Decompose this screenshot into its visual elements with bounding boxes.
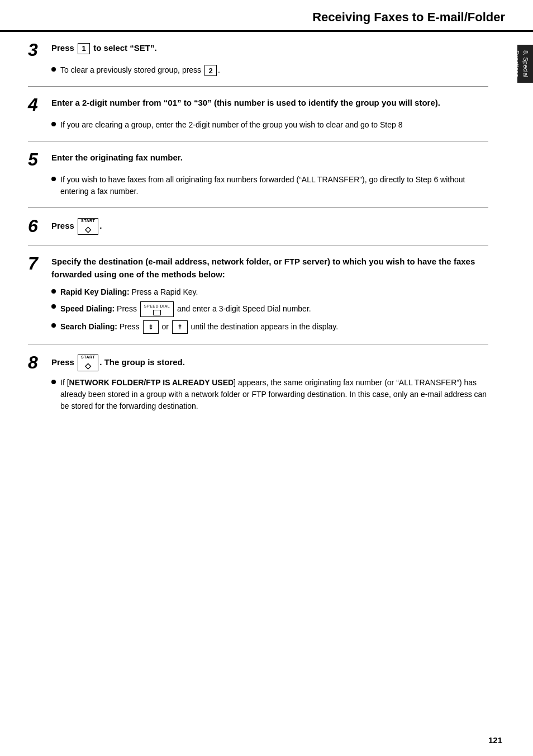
step-7-bullet-rapid-text: Rapid Key Dialing: Press a Rapid Key. bbox=[60, 286, 488, 298]
step-7-bullets: Rapid Key Dialing: Press a Rapid Key. Sp… bbox=[51, 286, 488, 334]
step-7-bullet-speed: Speed Dialing: Press SPEED DIAL and ente… bbox=[51, 301, 488, 317]
key-2: 2 bbox=[204, 65, 217, 76]
step-5-bullet-1-text: If you wish to have faxes from all origi… bbox=[60, 174, 488, 197]
step-6-header: 6 Press START ◇ . bbox=[28, 218, 488, 235]
search-dial-label: Search Dialing: bbox=[60, 322, 117, 331]
sd-label: SPEED DIAL bbox=[144, 304, 170, 310]
step-5-number: 5 bbox=[28, 150, 46, 168]
step-4-number: 4 bbox=[28, 96, 46, 114]
step-8: 8 Press START ◇ . The group is stored. I… bbox=[28, 344, 488, 422]
speed-dial-label: Speed Dialing: bbox=[60, 304, 115, 313]
step-5: 5 Enter the originating fax number. If y… bbox=[28, 141, 488, 208]
network-folder-warning: NETWORK FOLDER/FTP IS ALREADY USED bbox=[69, 378, 234, 387]
search-btn-down: ⇞ bbox=[172, 320, 188, 334]
step-3-bullets: To clear a previously stored group, pres… bbox=[51, 64, 488, 76]
step-5-header: 5 Enter the originating fax number. bbox=[28, 152, 488, 168]
step-3-number: 3 bbox=[28, 41, 46, 59]
step-5-title: Enter the originating fax number. bbox=[51, 152, 488, 164]
step-7: 7 Specify the destination (e-mail addres… bbox=[28, 245, 488, 344]
step-8-title: Press START ◇ . The group is stored. bbox=[51, 355, 488, 371]
side-tab-text2: Functions bbox=[512, 50, 520, 77]
step-5-bullet-1: If you wish to have faxes from all origi… bbox=[51, 174, 488, 197]
start-label: START bbox=[81, 218, 95, 224]
main-content: 3 Press 1 to select “SET”. To clear a pr… bbox=[0, 32, 516, 445]
start-label-8: START bbox=[81, 355, 95, 361]
step-7-bullet-search: Search Dialing: Press ⇟ or ⇞ until the d… bbox=[51, 320, 488, 334]
bullet-dot bbox=[51, 380, 56, 384]
step-3-bullet-1: To clear a previously stored group, pres… bbox=[51, 64, 488, 76]
step-8-number: 8 bbox=[28, 353, 46, 371]
step-7-number: 7 bbox=[28, 254, 46, 272]
step-6-number: 6 bbox=[28, 217, 46, 235]
step-8-header: 8 Press START ◇ . The group is stored. bbox=[28, 355, 488, 371]
step-7-bullet-rapid: Rapid Key Dialing: Press a Rapid Key. bbox=[51, 286, 488, 298]
step-8-bullet-1: If [NETWORK FOLDER/FTP IS ALREADY USED] … bbox=[51, 377, 488, 412]
step-3-header: 3 Press 1 to select “SET”. bbox=[28, 42, 488, 59]
bullet-dot bbox=[51, 122, 56, 126]
step-5-bullets: If you wish to have faxes from all origi… bbox=[51, 174, 488, 197]
bullet-dot bbox=[51, 177, 56, 181]
step-6-title: Press START ◇ . bbox=[51, 218, 488, 235]
step-4-title: Enter a 2-digit number from “01” to “30”… bbox=[51, 97, 488, 110]
step-4-header: 4 Enter a 2-digit number from “01” to “3… bbox=[28, 97, 488, 114]
step-3-bullet-1-text: To clear a previously stored group, pres… bbox=[60, 64, 488, 76]
speed-dial-button: SPEED DIAL bbox=[140, 301, 174, 317]
start-icon-8: ◇ bbox=[85, 360, 91, 372]
step-6: 6 Press START ◇ . bbox=[28, 208, 488, 245]
step-4-bullets: If you are clearing a group, enter the 2… bbox=[51, 119, 488, 131]
start-button-icon-8: START ◇ bbox=[78, 355, 98, 371]
step-7-header: 7 Specify the destination (e-mail addres… bbox=[28, 256, 488, 281]
step-8-bullet-1-text: If [NETWORK FOLDER/FTP IS ALREADY USED] … bbox=[60, 377, 488, 412]
search-btn-up: ⇟ bbox=[143, 320, 159, 334]
sd-square bbox=[153, 310, 161, 315]
step-3-title: Press 1 to select “SET”. bbox=[51, 42, 488, 55]
bullet-dot bbox=[51, 323, 56, 328]
step-4-bullet-1-text: If you are clearing a group, enter the 2… bbox=[60, 119, 488, 131]
key-1: 1 bbox=[78, 43, 90, 54]
page-title: Receiving Faxes to E-mail/Folder bbox=[28, 10, 505, 25]
rapid-key-label: Rapid Key Dialing: bbox=[60, 287, 130, 296]
step-4: 4 Enter a 2-digit number from “01” to “3… bbox=[28, 87, 488, 141]
side-tab: 8. Special Functions bbox=[517, 45, 533, 83]
step-8-bullets: If [NETWORK FOLDER/FTP IS ALREADY USED] … bbox=[51, 377, 488, 412]
start-icon: ◇ bbox=[85, 224, 91, 235]
bullet-dot bbox=[51, 304, 56, 309]
side-tab-text: 8. Special bbox=[522, 50, 530, 77]
page-number: 121 bbox=[488, 735, 502, 745]
step-4-bullet-1: If you are clearing a group, enter the 2… bbox=[51, 119, 488, 131]
step-7-title: Specify the destination (e-mail address,… bbox=[51, 256, 488, 281]
step-3: 3 Press 1 to select “SET”. To clear a pr… bbox=[28, 32, 488, 87]
step-7-bullet-speed-text: Speed Dialing: Press SPEED DIAL and ente… bbox=[60, 301, 488, 317]
step-7-bullet-search-text: Search Dialing: Press ⇟ or ⇞ until the d… bbox=[60, 320, 488, 334]
page-header: Receiving Faxes to E-mail/Folder bbox=[0, 0, 533, 32]
bullet-dot bbox=[51, 289, 56, 294]
start-button-icon-6: START ◇ bbox=[78, 218, 98, 235]
bullet-dot bbox=[51, 67, 56, 72]
